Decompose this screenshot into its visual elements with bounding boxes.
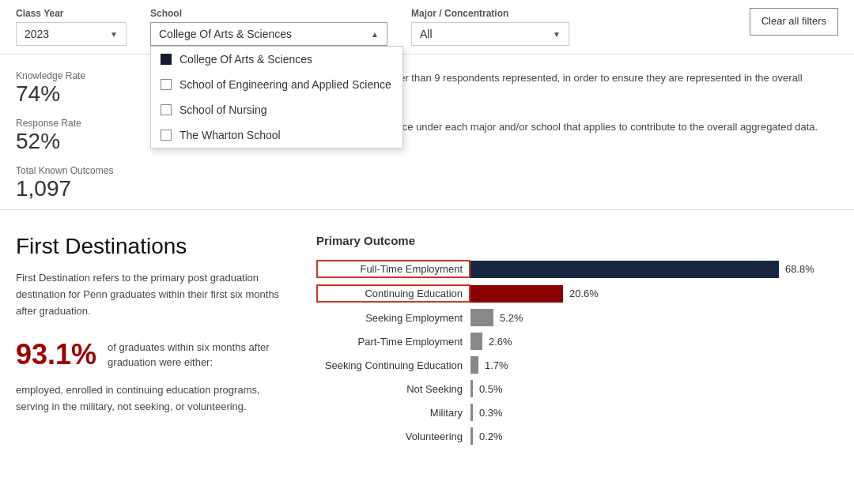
section-title: First Destinations bbox=[16, 234, 285, 259]
bar-label: Military bbox=[316, 407, 470, 419]
stat-footnote: employed, enrolled in continuing educati… bbox=[16, 382, 285, 416]
bar-track: 2.6% bbox=[470, 333, 838, 350]
bar-label: Volunteering bbox=[316, 431, 470, 442]
class-year-filter: Class Year 2023 ▼ bbox=[16, 8, 127, 46]
bar-fill bbox=[470, 404, 473, 421]
bar-track: 0.3% bbox=[470, 404, 838, 421]
bar-pct: 0.2% bbox=[479, 431, 503, 442]
school-option-arts-label: College Of Arts & Sciences bbox=[179, 53, 312, 66]
class-year-select[interactable]: 2023 ▼ bbox=[16, 22, 127, 46]
bar-track: 68.8% bbox=[470, 261, 838, 278]
bar-fill bbox=[470, 285, 563, 303]
school-checkbox-arts bbox=[161, 54, 172, 65]
total-known-outcomes-label: Total Known Outcomes bbox=[16, 165, 174, 176]
bar-fill bbox=[470, 309, 493, 326]
bar-row: Seeking Employment5.2% bbox=[316, 309, 838, 326]
chart-title: Primary Outcome bbox=[316, 234, 838, 247]
class-year-value: 2023 bbox=[25, 28, 104, 40]
bar-track: 1.7% bbox=[470, 356, 838, 374]
filter-bar: Class Year 2023 ▼ School College Of Arts… bbox=[0, 0, 854, 55]
school-select[interactable]: College Of Arts & Sciences ▲ bbox=[150, 22, 387, 46]
class-year-label: Class Year bbox=[16, 8, 127, 19]
big-stat-row: 93.1% of graduates within six months aft… bbox=[16, 338, 285, 371]
total-known-outcomes-metric: Total Known Outcomes 1,097 bbox=[16, 165, 174, 201]
class-year-chevron: ▼ bbox=[110, 30, 118, 39]
bar-row: Not Seeking0.5% bbox=[316, 380, 838, 397]
bar-pct: 68.8% bbox=[785, 263, 814, 275]
bar-fill bbox=[470, 427, 473, 445]
major-label: Major / Concentration bbox=[411, 8, 569, 19]
bar-label: Seeking Continuing Education bbox=[316, 359, 470, 371]
chart-panel: Primary Outcome Full-Time Employment68.8… bbox=[316, 234, 838, 451]
bar-pct: 5.2% bbox=[500, 312, 523, 324]
school-chevron: ▲ bbox=[371, 30, 379, 39]
bar-pct: 0.5% bbox=[479, 383, 503, 395]
bars-container: Full-Time Employment68.8%Continuing Educ… bbox=[316, 260, 838, 445]
bar-label: Not Seeking bbox=[316, 383, 470, 395]
school-checkbox-wharton bbox=[161, 130, 172, 141]
school-label: School bbox=[150, 8, 387, 19]
school-option-engineering[interactable]: School of Engineering and Applied Scienc… bbox=[151, 72, 402, 97]
section-desc: First Destination refers to the primary … bbox=[16, 270, 285, 319]
school-checkbox-nursing bbox=[161, 104, 172, 115]
big-stat-desc: of graduates within six months after gra… bbox=[108, 340, 285, 370]
total-known-outcomes-value: 1,097 bbox=[16, 176, 174, 201]
bar-row: Full-Time Employment68.8% bbox=[316, 260, 838, 278]
bar-row: Military0.3% bbox=[316, 404, 838, 421]
major-select[interactable]: All ▼ bbox=[411, 22, 569, 46]
clear-all-button[interactable]: Clear all filters bbox=[750, 8, 838, 36]
bar-track: 0.5% bbox=[470, 380, 838, 397]
bar-pct: 2.6% bbox=[489, 336, 512, 348]
school-option-nursing[interactable]: School of Nursing bbox=[151, 97, 402, 122]
school-option-engineering-label: School of Engineering and Applied Scienc… bbox=[179, 78, 391, 91]
school-dropdown-menu: College Of Arts & Sciences School of Eng… bbox=[150, 46, 403, 149]
school-checkbox-engineering bbox=[161, 79, 172, 90]
school-option-arts[interactable]: College Of Arts & Sciences bbox=[151, 47, 402, 72]
metrics-area: Knowledge Rate 74% Response Rate 52% Tot… bbox=[0, 55, 854, 210]
bar-row: Continuing Education20.6% bbox=[316, 284, 838, 303]
bar-fill bbox=[470, 380, 473, 397]
major-value: All bbox=[420, 28, 546, 40]
bar-pct: 0.3% bbox=[479, 407, 503, 419]
bar-track: 0.2% bbox=[470, 427, 838, 445]
bar-fill bbox=[470, 333, 482, 350]
bar-label: Full-Time Employment bbox=[316, 260, 470, 278]
bar-pct: 1.7% bbox=[485, 359, 508, 371]
school-option-nursing-label: School of Nursing bbox=[179, 103, 267, 116]
bar-row: Seeking Continuing Education1.7% bbox=[316, 356, 838, 374]
major-filter: Major / Concentration All ▼ bbox=[411, 8, 569, 46]
school-option-wharton-label: The Wharton School bbox=[179, 129, 281, 141]
big-pct: 93.1% bbox=[16, 338, 96, 371]
bar-pct: 20.6% bbox=[569, 288, 599, 299]
bar-track: 20.6% bbox=[470, 285, 838, 303]
school-option-wharton[interactable]: The Wharton School bbox=[151, 122, 402, 148]
bar-label: Seeking Employment bbox=[316, 312, 470, 324]
left-panel: First Destinations First Destination ref… bbox=[16, 234, 285, 451]
bar-track: 5.2% bbox=[470, 309, 838, 326]
bar-fill bbox=[470, 356, 478, 374]
school-filter: School College Of Arts & Sciences ▲ Coll… bbox=[150, 8, 387, 46]
bar-row: Part-Time Employment2.6% bbox=[316, 333, 838, 350]
bar-fill bbox=[470, 261, 779, 278]
bar-row: Volunteering0.2% bbox=[316, 427, 838, 445]
school-value: College Of Arts & Sciences bbox=[159, 28, 365, 40]
major-chevron: ▼ bbox=[553, 30, 561, 39]
bar-label: Continuing Education bbox=[316, 284, 470, 303]
bar-label: Part-Time Employment bbox=[316, 336, 470, 348]
main-content: First Destinations First Destination ref… bbox=[0, 210, 854, 467]
